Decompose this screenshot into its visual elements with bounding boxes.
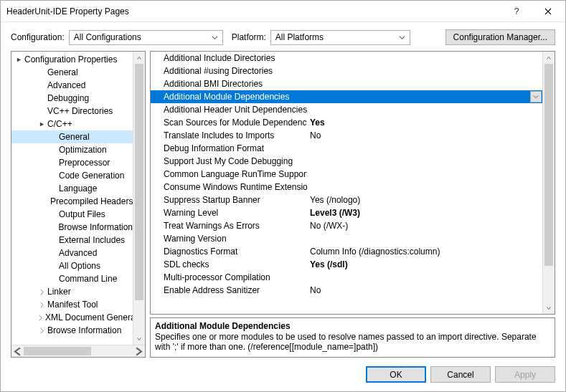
tree-label: Advanced xyxy=(57,248,97,258)
expander-icon[interactable] xyxy=(37,315,44,321)
platform-combo[interactable]: All Platforms xyxy=(270,30,410,45)
property-name: Scan Sources for Module Dependencies xyxy=(151,118,307,128)
help-button[interactable]: ? xyxy=(501,1,532,21)
tree-item[interactable]: Advanced xyxy=(11,247,133,259)
property-row[interactable]: Additional Include Directories xyxy=(151,52,542,64)
scroll-up-icon[interactable] xyxy=(543,52,555,64)
property-name: Common Language RunTime Support xyxy=(151,169,307,179)
property-value: Column Info (/diagnostics:column) xyxy=(307,247,542,257)
tree-item[interactable]: Preprocessor xyxy=(11,156,133,169)
property-row[interactable]: Suppress Startup BannerYes (/nologo) xyxy=(151,193,542,206)
property-row[interactable]: Common Language RunTime Support xyxy=(151,168,542,181)
scroll-down-icon[interactable] xyxy=(133,333,145,345)
property-grid[interactable]: Additional Include DirectoriesAdditional… xyxy=(151,52,542,314)
property-value: No (/WX-) xyxy=(307,221,542,231)
tree-label: General xyxy=(46,67,78,77)
tree-item[interactable]: XML Document Generator xyxy=(11,311,133,324)
right-panel: Additional Include DirectoriesAdditional… xyxy=(150,51,555,358)
property-name: Additional Include Directories xyxy=(151,53,307,63)
tree-label: General xyxy=(57,132,90,142)
expander-icon[interactable] xyxy=(37,289,46,295)
tree-label: Code Generation xyxy=(57,171,124,181)
grid-vertical-scrollbar[interactable] xyxy=(542,52,555,314)
property-row[interactable]: Additional #using Directories xyxy=(151,64,542,77)
tree-item[interactable]: Language xyxy=(11,182,133,195)
tree-item-root[interactable]: Configuration Properties xyxy=(11,53,133,66)
property-name: Debug Information Format xyxy=(151,143,307,153)
scroll-thumb[interactable] xyxy=(24,347,91,355)
tree-item[interactable]: VC++ Directories xyxy=(11,105,133,118)
tree-label: Browse Information xyxy=(46,325,121,335)
title-bar: HeaderUnit-IDE Property Pages ? xyxy=(1,1,565,22)
tree-item[interactable]: External Includes xyxy=(11,234,133,247)
scroll-thumb[interactable] xyxy=(544,64,553,266)
property-row[interactable]: Debug Information Format xyxy=(151,142,542,155)
tree[interactable]: Configuration PropertiesGeneralAdvancedD… xyxy=(11,52,133,345)
property-row[interactable]: Treat Warnings As ErrorsNo (/WX-) xyxy=(151,219,542,232)
property-row[interactable]: Scan Sources for Module DependenciesYes xyxy=(151,116,542,129)
scroll-left-icon[interactable] xyxy=(11,345,24,357)
property-row[interactable]: Additional Header Unit Dependencies xyxy=(151,103,542,116)
tree-item[interactable]: Manifest Tool xyxy=(11,298,133,311)
property-name: Consume Windows Runtime Extension xyxy=(151,182,307,192)
tree-item[interactable]: Optimization xyxy=(11,143,133,156)
tree-label: Preprocessor xyxy=(57,158,110,168)
close-button[interactable] xyxy=(532,1,564,21)
property-row[interactable]: SDL checksYes (/sdl) xyxy=(151,258,542,271)
description-body: Specifies one or more modules to be used… xyxy=(155,332,550,352)
property-row[interactable]: Additional BMI Directories xyxy=(151,77,542,90)
tree-item[interactable]: Command Line xyxy=(11,272,133,285)
cancel-button[interactable]: Cancel xyxy=(430,366,491,383)
tree-item[interactable]: General xyxy=(11,130,133,143)
tree-label: Manifest Tool xyxy=(46,300,98,310)
tree-item[interactable]: Output Files xyxy=(11,208,133,221)
tree-item[interactable]: Debugging xyxy=(11,92,133,105)
scroll-thumb[interactable] xyxy=(135,64,143,300)
property-row[interactable]: Warning Version xyxy=(151,232,542,245)
property-row[interactable]: Multi-processor Compilation xyxy=(151,271,542,284)
property-value: Yes (/nologo) xyxy=(307,195,542,205)
property-value: No xyxy=(307,285,542,295)
configuration-value: All Configurations xyxy=(74,32,141,42)
property-row[interactable]: Additional Module Dependencies xyxy=(151,90,542,103)
configuration-manager-button[interactable]: Configuration Manager... xyxy=(445,29,555,45)
scroll-up-icon[interactable] xyxy=(133,52,145,64)
tree-item[interactable]: All Options xyxy=(11,259,133,272)
expander-icon[interactable] xyxy=(37,121,46,128)
property-name: Suppress Startup Banner xyxy=(151,195,307,205)
chevron-down-icon xyxy=(209,32,220,43)
ok-button[interactable]: OK xyxy=(366,366,426,383)
expander-icon[interactable] xyxy=(14,57,23,63)
property-row[interactable]: Consume Windows Runtime Extension xyxy=(151,181,542,193)
property-row[interactable]: Warning LevelLevel3 (/W3) xyxy=(151,206,542,219)
tree-item[interactable]: C/C++ xyxy=(11,118,133,130)
property-name: Treat Warnings As Errors xyxy=(151,221,307,231)
tree-item[interactable]: Browse Information xyxy=(11,324,133,337)
main-area: Configuration PropertiesGeneralAdvancedD… xyxy=(1,51,565,362)
apply-button: Apply xyxy=(495,366,555,383)
tree-item[interactable]: Advanced xyxy=(11,79,133,92)
tree-item[interactable]: Linker xyxy=(11,285,133,298)
configuration-combo[interactable]: All Configurations xyxy=(69,30,223,45)
tree-horizontal-scrollbar[interactable] xyxy=(11,345,145,357)
property-name: Warning Level xyxy=(151,208,307,218)
tree-item[interactable]: General xyxy=(11,66,133,79)
property-row[interactable]: Translate Includes to ImportsNo xyxy=(151,129,542,142)
scroll-down-icon[interactable] xyxy=(543,302,555,314)
expander-icon[interactable] xyxy=(37,328,46,334)
expander-icon[interactable] xyxy=(37,302,46,308)
tree-item[interactable]: Precompiled Headers xyxy=(11,195,133,208)
tree-vertical-scrollbar[interactable] xyxy=(133,52,145,345)
property-value: Yes xyxy=(307,118,542,128)
scroll-right-icon[interactable] xyxy=(133,345,145,357)
dialog-footer: OK Cancel Apply xyxy=(1,362,565,391)
tree-item[interactable]: Browse Information xyxy=(11,221,133,234)
tree-label: Language xyxy=(57,183,97,193)
property-row[interactable]: Support Just My Code Debugging xyxy=(151,155,542,168)
tree-item[interactable]: Code Generation xyxy=(11,169,133,182)
tree-label: Browse Information xyxy=(57,222,133,232)
dropdown-button[interactable] xyxy=(530,91,542,102)
property-value: Level3 (/W3) xyxy=(307,208,542,218)
property-row[interactable]: Diagnostics FormatColumn Info (/diagnost… xyxy=(151,245,542,258)
property-row[interactable]: Enable Address SanitizerNo xyxy=(151,284,542,297)
